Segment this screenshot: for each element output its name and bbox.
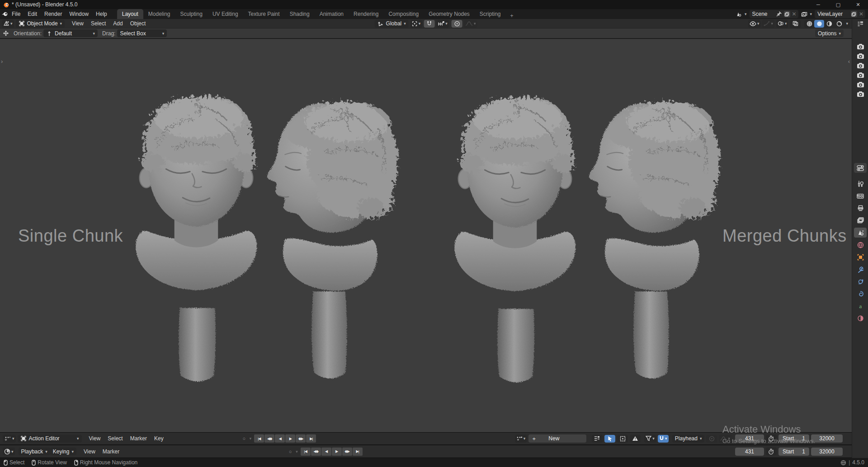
next-keyframe-button[interactable]: ◆▶	[296, 434, 306, 443]
dope-menu-view[interactable]: View	[85, 433, 104, 444]
tab-shading[interactable]: Shading	[285, 9, 315, 19]
vp-menu-add[interactable]: Add	[109, 19, 126, 28]
snap-target-dropdown[interactable]: ▾	[436, 20, 449, 28]
toolbar-collapse-icon[interactable]: ›	[1, 58, 3, 65]
pin-icon[interactable]	[776, 11, 782, 17]
blender-menu-icon[interactable]	[2, 11, 8, 17]
orientation-default-dropdown[interactable]: Default ▾	[43, 29, 98, 37]
new-viewlayer-icon[interactable]	[851, 11, 857, 17]
dopesheet-mode-dropdown[interactable]: Action Editor ▾	[18, 435, 82, 443]
action-browse-button[interactable]: ▾	[515, 435, 527, 443]
tab-layout[interactable]: Layout	[117, 9, 143, 19]
end-frame-field[interactable]: 32000	[811, 434, 843, 443]
previous-keyframe-button[interactable]: ◀◆	[264, 434, 274, 443]
vp-menu-object[interactable]: Object	[127, 19, 150, 28]
tab-scripting[interactable]: Scripting	[475, 9, 506, 19]
show-hidden-toggle[interactable]	[617, 435, 628, 443]
camera-icon[interactable]	[856, 62, 865, 69]
play-reverse-button[interactable]: ◀	[275, 434, 285, 443]
stopwatch-icon[interactable]	[766, 448, 777, 455]
scene-icon[interactable]	[854, 228, 867, 238]
object-data-icon[interactable]: a	[854, 301, 867, 311]
menu-window[interactable]: Window	[66, 9, 92, 19]
view-layer-icon[interactable]	[854, 215, 867, 225]
start-label[interactable]: Start	[778, 448, 798, 455]
pivot-point-dropdown[interactable]: ▾	[410, 20, 422, 28]
wireframe-shading-icon[interactable]	[804, 20, 814, 28]
jump-to-start-button[interactable]: |◀	[301, 448, 311, 456]
add-workspace-button[interactable]: +	[506, 13, 518, 19]
scene-browse-icon[interactable]	[736, 11, 742, 17]
filter-dropdown[interactable]: ▾	[644, 435, 656, 443]
vp-menu-select[interactable]: Select	[87, 19, 109, 28]
play-reverse-button[interactable]: ◀	[321, 448, 331, 456]
scene-name[interactable]: Scene	[751, 11, 774, 17]
tool-icon[interactable]	[854, 179, 867, 189]
render-icon[interactable]	[854, 191, 867, 201]
jump-to-end-button[interactable]: ▶|	[353, 448, 363, 456]
chevron-down-icon[interactable]: ▾	[250, 436, 252, 441]
show-only-selected-icon[interactable]	[592, 435, 603, 443]
viewlayer-browse-icon[interactable]	[801, 11, 807, 17]
menu-file[interactable]: File	[8, 9, 24, 19]
proportional-falloff-dropdown[interactable]: ▾	[464, 20, 477, 28]
viewport-3d[interactable]: › ‹	[0, 39, 852, 432]
camera-icon[interactable]	[856, 52, 865, 60]
jump-to-start-button[interactable]: |◀	[254, 434, 264, 443]
xray-toggle[interactable]	[790, 20, 801, 28]
camera-icon[interactable]	[856, 81, 865, 88]
chevron-down-icon[interactable]: ▾	[296, 449, 298, 454]
camera-icon[interactable]	[856, 90, 865, 98]
vp-menu-view[interactable]: View	[68, 19, 87, 28]
camera-icon[interactable]	[856, 43, 865, 50]
selection-cursor-toggle[interactable]	[604, 435, 615, 443]
scene-selector[interactable]: Scene ✕	[750, 10, 798, 18]
play-button[interactable]: ▶	[285, 434, 295, 443]
tab-modeling[interactable]: Modeling	[143, 9, 175, 19]
playhead-dropdown[interactable]: Playhead ▾	[672, 435, 705, 443]
tab-animation[interactable]: Animation	[315, 9, 349, 19]
object-visibility-dropdown[interactable]: ▾	[748, 20, 761, 28]
dopesheet-editor-type-button[interactable]: ▾	[3, 435, 16, 443]
timeline-editor-type-button[interactable]: ▾	[3, 448, 15, 455]
sidebar-collapse-icon[interactable]: ‹	[848, 58, 850, 65]
properties-editor-icon[interactable]	[854, 163, 867, 173]
world-icon[interactable]	[854, 240, 867, 250]
options-dropdown[interactable]: Options ▾	[815, 29, 844, 37]
timeline-menu-view[interactable]: View	[80, 445, 99, 457]
close-button[interactable]: ✕	[848, 0, 868, 9]
start-label[interactable]: Start	[778, 435, 798, 442]
editor-type-button[interactable]: ▾	[2, 20, 14, 28]
tab-geometry-nodes[interactable]: Geometry Nodes	[424, 9, 475, 19]
physics-icon[interactable]	[854, 276, 867, 286]
chevron-down-icon[interactable]: ▾	[745, 12, 747, 16]
chevron-down-icon[interactable]: ▾	[810, 12, 812, 16]
menu-edit[interactable]: Edit	[24, 9, 41, 19]
falloff-dropdown[interactable]: ▾	[719, 435, 731, 443]
solid-shading-icon[interactable]	[814, 20, 824, 28]
start-value[interactable]: 1	[798, 448, 809, 455]
object-icon[interactable]	[854, 252, 867, 262]
move-tool-icon[interactable]	[3, 30, 9, 37]
dope-menu-marker[interactable]: Marker	[127, 433, 151, 444]
proportional-editing-icon[interactable]	[706, 435, 717, 443]
camera-icon[interactable]	[856, 71, 865, 79]
overlays-dropdown[interactable]: ▾	[776, 20, 788, 28]
mode-dropdown[interactable]: Object Mode ▾	[16, 20, 65, 28]
jump-to-end-button[interactable]: ▶|	[306, 434, 316, 443]
play-button[interactable]: ▶	[332, 448, 342, 456]
dope-menu-key[interactable]: Key	[151, 433, 167, 444]
show-errors-toggle[interactable]	[630, 435, 641, 443]
shading-dropdown-icon[interactable]: ▾	[844, 21, 850, 26]
drag-dropdown[interactable]: Select Box ▾	[117, 29, 167, 37]
menu-help[interactable]: Help	[92, 9, 111, 19]
start-value[interactable]: 1	[798, 435, 809, 442]
proportional-editing-toggle[interactable]	[452, 20, 462, 28]
tab-uv-editing[interactable]: UV Editing	[208, 9, 243, 19]
modifiers-icon[interactable]	[854, 264, 867, 274]
maximize-button[interactable]: ▢	[828, 0, 848, 9]
material-icon[interactable]	[854, 313, 867, 323]
stopwatch-icon[interactable]	[766, 435, 777, 443]
auto-keying-record-icon[interactable]: ○	[240, 434, 249, 443]
next-keyframe-button[interactable]: ◆▶	[342, 448, 352, 456]
